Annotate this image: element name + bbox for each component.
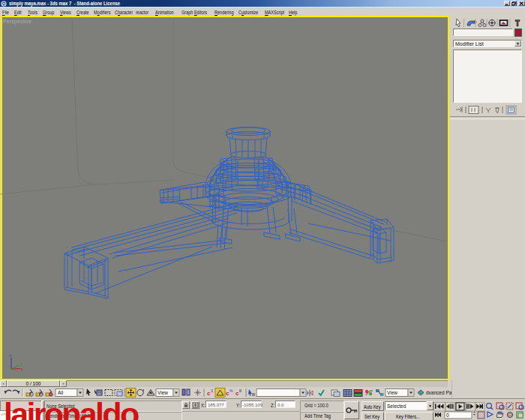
svg-text:y: y <box>20 362 22 366</box>
svg-text:z: z <box>10 353 12 358</box>
svg-text:x: x <box>21 367 23 371</box>
